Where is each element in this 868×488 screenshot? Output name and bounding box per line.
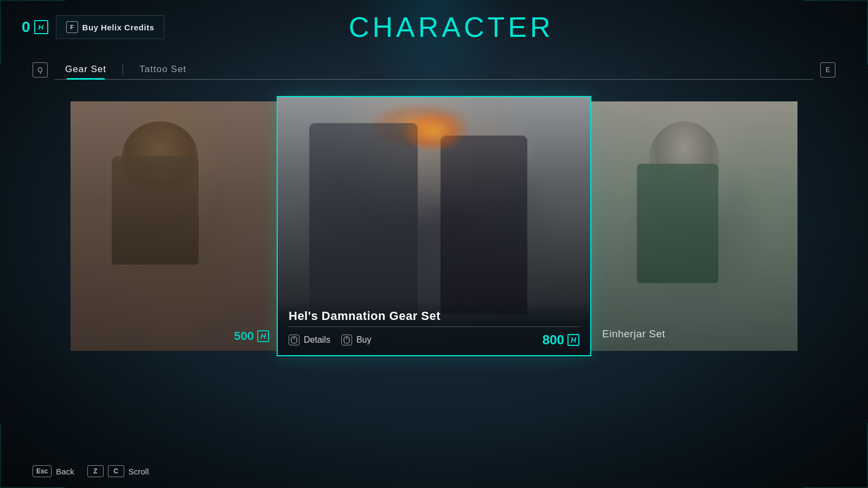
c-key-badge: C	[108, 465, 124, 477]
right-mouse-icon	[341, 335, 352, 345]
card-left-price: 500 H	[234, 329, 269, 343]
armor-char-art	[309, 123, 418, 329]
page-title-wrapper: Character	[56, 11, 846, 43]
back-label: Back	[56, 467, 74, 476]
body-art-right	[637, 164, 718, 283]
tabs-section: Q Gear Set Tattoo Set E	[0, 60, 868, 80]
card-right-name: Einherjar Set	[602, 328, 665, 340]
card-center-price: 800 H	[542, 332, 579, 348]
cards-section: 500 H Hel's Damnation Gear Set	[0, 80, 868, 351]
card-left[interactable]: 500 H	[71, 101, 277, 351]
ui-layer: 0 H F Buy Helix Credits Character Q Gear…	[0, 0, 868, 488]
scroll-action: Z C Scroll	[87, 465, 149, 477]
details-button[interactable]: Details	[289, 335, 330, 345]
bottom-bar: Esc Back Z C Scroll	[0, 465, 868, 477]
card-action-group: Details Buy	[289, 335, 371, 345]
hooded-char-art	[441, 136, 527, 314]
tabs-container: Gear Set Tattoo Set	[54, 60, 814, 80]
top-bar: 0 H F Buy Helix Credits Character	[0, 0, 868, 54]
center-price-currency-icon: H	[567, 334, 579, 346]
helix-balance: 0 H	[22, 18, 48, 36]
helix-currency-icon: H	[34, 20, 48, 34]
buy-button[interactable]: Buy	[341, 335, 372, 345]
tab-divider	[123, 64, 123, 75]
esc-key-badge: Esc	[33, 465, 52, 477]
left-mouse-icon	[289, 335, 299, 345]
tab-tattoo-set[interactable]: Tattoo Set	[129, 60, 197, 79]
helix-balance-value: 0	[22, 18, 31, 36]
back-action[interactable]: Esc Back	[33, 465, 74, 477]
page-title: Character	[56, 11, 846, 43]
card-center-actions: Details Buy 800 H	[289, 332, 579, 348]
body-art-left	[112, 156, 199, 265]
left-price-currency-icon: H	[257, 330, 269, 342]
card-center-info: Hel's Damnation Gear Set Details	[278, 300, 590, 355]
buy-label: Buy	[356, 335, 372, 345]
details-label: Details	[304, 335, 330, 345]
card-center-divider	[289, 326, 579, 327]
flame-glow	[401, 110, 467, 153]
tab-nav-left[interactable]: Q	[33, 62, 48, 78]
tab-nav-right[interactable]: E	[820, 62, 835, 78]
tab-gear-set[interactable]: Gear Set	[54, 60, 117, 79]
card-right[interactable]: Einherjar Set	[591, 101, 797, 351]
card-center[interactable]: Hel's Damnation Gear Set Details	[277, 96, 591, 356]
card-center-title: Hel's Damnation Gear Set	[289, 309, 579, 323]
z-key-badge: Z	[87, 465, 104, 477]
scroll-label: Scroll	[129, 467, 149, 476]
